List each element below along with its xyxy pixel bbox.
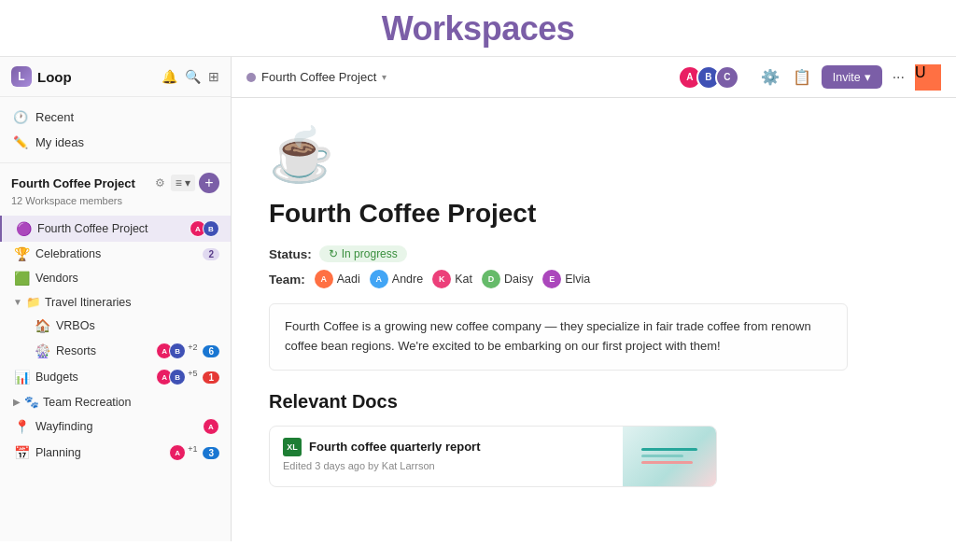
sidebar-item-vendors[interactable]: 🟩 Vendors bbox=[0, 266, 231, 290]
chevron-down-icon: ▼ bbox=[13, 297, 22, 307]
wayfinding-avatars: A bbox=[206, 418, 219, 435]
share-icon[interactable]: ⚙️ bbox=[758, 65, 782, 89]
sidebar-item-travel-itineraries[interactable]: ▼ 📁 Travel Itineraries bbox=[0, 290, 231, 314]
planning-badge: 3 bbox=[203, 447, 219, 459]
invite-label: Invite bbox=[833, 71, 861, 84]
fourth-coffee-label: Fourth Coffee Project bbox=[37, 222, 188, 235]
sidebar-item-wayfinding[interactable]: 📍 Wayfinding A bbox=[0, 413, 231, 440]
content-body: ☕ Fourth Coffee Project Status: In progr… bbox=[232, 98, 885, 513]
member-name-elvia: Elvia bbox=[565, 273, 590, 286]
resorts-badge: 6 bbox=[203, 345, 219, 357]
member-name-kat: Kat bbox=[455, 273, 472, 286]
workspace-title: Fourth Coffee Project bbox=[11, 176, 149, 190]
vrbos-icon: 🏠 bbox=[34, 318, 50, 333]
search-icon[interactable]: 🔍 bbox=[185, 69, 201, 84]
list-view-button[interactable]: ≡ ▾ bbox=[171, 175, 195, 191]
grid-icon[interactable]: ⊞ bbox=[208, 69, 219, 84]
status-value: In progress bbox=[342, 247, 398, 260]
topbar-avatar: C bbox=[715, 65, 739, 90]
avatar: B bbox=[169, 369, 186, 385]
notification-icon[interactable]: 🔔 bbox=[162, 69, 177, 84]
member-name-daisy: Daisy bbox=[504, 273, 533, 286]
page-title: Workspaces bbox=[0, 9, 956, 49]
sidebar: L Loop 🔔 🔍 ⊞ 🕐 Recent ✏️ My ideas Fou bbox=[0, 57, 232, 541]
project-emoji: ☕ bbox=[269, 124, 848, 186]
app-name: Loop bbox=[37, 69, 72, 85]
chevron-right-icon: ▶ bbox=[13, 397, 21, 407]
budgets-icon: 📊 bbox=[13, 370, 30, 385]
planning-extra: +1 bbox=[188, 444, 197, 461]
copy-icon[interactable]: 📋 bbox=[790, 65, 814, 89]
avatar-aadi: A bbox=[315, 270, 333, 288]
ideas-icon: ✏️ bbox=[13, 135, 28, 149]
planning-icon: 📅 bbox=[13, 445, 30, 460]
breadcrumb-chevron[interactable]: ▾ bbox=[382, 72, 387, 82]
workspace-settings-icon[interactable]: ⚙ bbox=[155, 176, 165, 189]
sidebar-item-team-recreation[interactable]: ▶ 🐾 Team Recreation bbox=[0, 390, 231, 413]
team-member-elvia: E Elvia bbox=[542, 270, 590, 288]
doc-xlsx-icon: XL bbox=[283, 438, 302, 456]
doc-card-preview bbox=[623, 427, 716, 486]
main-area: Fourth Coffee Project ▾ A B C ⚙️ 📋 Invit… bbox=[232, 57, 956, 541]
app-shell: L Loop 🔔 🔍 ⊞ 🕐 Recent ✏️ My ideas Fou bbox=[0, 56, 956, 541]
team-member-aadi: A Aadi bbox=[315, 270, 360, 288]
recent-icon: 🕐 bbox=[13, 110, 28, 124]
sidebar-item-my-ideas[interactable]: ✏️ My ideas bbox=[0, 130, 231, 155]
workspace-members: 12 Workspace members bbox=[11, 195, 219, 206]
invite-button[interactable]: Invite ▾ bbox=[822, 65, 882, 89]
doc-preview-lines bbox=[641, 448, 697, 464]
budgets-extra: +5 bbox=[188, 369, 197, 385]
budgets-label: Budgets bbox=[35, 371, 154, 384]
avatar-andre: A bbox=[370, 270, 388, 288]
loop-logo: L Loop bbox=[11, 66, 72, 87]
status-label: Status: bbox=[269, 247, 312, 261]
invite-chevron: ▾ bbox=[865, 70, 871, 84]
user-avatar[interactable]: U bbox=[915, 64, 941, 91]
sidebar-item-budgets[interactable]: 📊 Budgets A B +5 1 bbox=[0, 364, 231, 390]
my-ideas-label: My ideas bbox=[35, 135, 84, 149]
preview-line bbox=[641, 455, 683, 457]
team-member-daisy: D Daisy bbox=[482, 270, 533, 288]
breadcrumb-dot bbox=[246, 73, 256, 82]
sidebar-item-fourth-coffee-project[interactable]: 🟣 Fourth Coffee Project A B bbox=[0, 216, 231, 242]
sidebar-nav: 🕐 Recent ✏️ My ideas bbox=[0, 97, 231, 163]
avatar-elvia: E bbox=[542, 270, 561, 288]
vrbos-label: VRBOs bbox=[56, 319, 219, 332]
top-bar-avatars: A B C bbox=[683, 65, 739, 90]
team-label: Team: bbox=[269, 273, 305, 287]
status-row: Status: In progress bbox=[269, 245, 848, 262]
resorts-extra: +2 bbox=[188, 343, 197, 359]
doc-card[interactable]: XL Fourth coffee quarterly report Edited… bbox=[269, 426, 717, 487]
add-item-button[interactable]: + bbox=[199, 173, 219, 193]
project-title: Fourth Coffee Project bbox=[269, 199, 848, 229]
sidebar-item-celebrations[interactable]: 🏆 Celebrations 2 bbox=[0, 242, 231, 266]
sidebar-header: L Loop 🔔 🔍 ⊞ bbox=[0, 57, 231, 97]
avatar: A bbox=[203, 418, 219, 435]
workspace-header: Fourth Coffee Project ⚙ ≡ ▾ + bbox=[11, 173, 219, 193]
member-name-andre: Andre bbox=[392, 273, 423, 286]
avatar-kat: K bbox=[432, 270, 451, 288]
avatar: B bbox=[203, 220, 219, 237]
sidebar-item-vrbos[interactable]: 🏠 VRBOs bbox=[0, 314, 231, 338]
vendors-icon: 🟩 bbox=[13, 271, 30, 286]
celebrations-badge: 2 bbox=[203, 248, 219, 260]
main-content: ☕ Fourth Coffee Project Status: In progr… bbox=[232, 98, 956, 541]
fourth-coffee-avatars: A B bbox=[193, 220, 219, 237]
recreation-icon: 🐾 bbox=[24, 395, 39, 409]
sidebar-item-planning[interactable]: 📅 Planning A +1 3 bbox=[0, 440, 231, 466]
planning-avatars: A +1 bbox=[173, 444, 197, 461]
description-box: Fourth Coffee is a growing new coffee co… bbox=[269, 303, 848, 371]
avatar: B bbox=[169, 343, 186, 359]
more-icon[interactable]: ··· bbox=[890, 66, 907, 89]
fourth-coffee-icon: 🟣 bbox=[15, 221, 32, 236]
resorts-label: Resorts bbox=[56, 344, 154, 357]
breadcrumb-text: Fourth Coffee Project bbox=[261, 70, 376, 84]
doc-meta: Edited 3 days ago by Kat Larrson bbox=[283, 460, 610, 471]
sidebar-item-resorts[interactable]: 🎡 Resorts A B +2 6 bbox=[0, 338, 231, 364]
member-name-aadi: Aadi bbox=[337, 273, 360, 286]
sidebar-header-icons: 🔔 🔍 ⊞ bbox=[162, 69, 219, 84]
sidebar-item-recent[interactable]: 🕐 Recent bbox=[0, 105, 231, 130]
preview-line bbox=[641, 448, 697, 451]
travel-icon: 📁 bbox=[26, 295, 41, 309]
relevant-docs-title: Relevant Docs bbox=[269, 391, 848, 413]
